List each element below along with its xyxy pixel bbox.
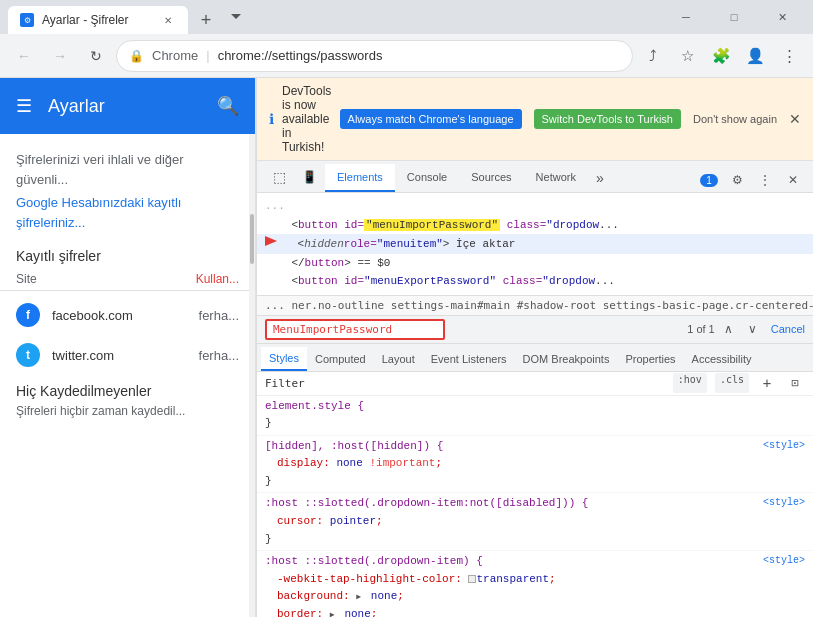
code-line-button-close[interactable]: </button> == $0 xyxy=(257,254,813,273)
search-count: 1 of 1 xyxy=(687,323,715,335)
css-prop-background: background: none; xyxy=(265,588,805,606)
info-icon: ℹ xyxy=(269,111,274,127)
devtools-breadcrumb: ... ner.no-outline settings-main#main #s… xyxy=(257,296,813,316)
active-tab[interactable]: ⚙ Ayarlar - Şifreler ✕ xyxy=(8,6,188,34)
console-messages-icon[interactable]: 1 xyxy=(697,168,721,192)
hamburger-icon[interactable]: ☰ xyxy=(16,95,32,117)
close-button[interactable]: ✕ xyxy=(759,0,805,34)
breadcrumb-text: ... ner.no-outline settings-main#main #s… xyxy=(265,299,813,312)
css-selector-slotted-disabled: :host ::slotted(.dropdown-item:not([disa… xyxy=(265,497,588,509)
share-icon[interactable]: ⤴ xyxy=(637,40,669,72)
css-source-slotted-disabled[interactable]: <style> xyxy=(763,495,805,511)
filter-hov-tag[interactable]: :hov xyxy=(673,373,707,393)
devtools-panel: ℹ DevTools is now available in Turkish! … xyxy=(256,78,813,617)
menu-icon[interactable]: ⋮ xyxy=(773,40,805,72)
tab-close-button[interactable]: ✕ xyxy=(160,12,176,28)
tab-properties[interactable]: Properties xyxy=(617,347,683,371)
background-triangle[interactable] xyxy=(356,588,364,596)
bookmark-icon[interactable]: ☆ xyxy=(671,40,703,72)
css-prop-border: border: none; xyxy=(265,606,805,617)
new-tab-button[interactable]: + xyxy=(192,6,220,34)
filter-hints: :hov .cls + ⊡ xyxy=(673,373,805,393)
password-row-facebook[interactable]: f facebook.com ferha... xyxy=(0,295,255,335)
devtools-search-bar: 1 of 1 ∧ ∨ Cancel xyxy=(257,316,813,344)
dont-show-button[interactable]: Don't show again xyxy=(693,113,777,125)
twitter-site: twitter.com xyxy=(52,348,114,363)
google-account-link[interactable]: Google Hesabınızdaki kayıtlı şifrelerini… xyxy=(0,193,255,236)
tab-styles[interactable]: Styles xyxy=(261,347,307,371)
css-source-hidden[interactable]: <style> xyxy=(763,438,805,454)
switch-devtools-button[interactable]: Switch DevTools to Turkish xyxy=(534,109,681,129)
tab-device-toggle[interactable]: 📱 xyxy=(294,164,325,192)
css-close-brace: } xyxy=(265,417,272,429)
filter-input[interactable]: Filter xyxy=(265,377,673,390)
arrow-indicator xyxy=(265,235,285,247)
css-selector-element-style: element.style { xyxy=(265,400,364,412)
code-line-button-import[interactable]: <button id="menuImportPassword" class="d… xyxy=(257,216,813,235)
css-rules-panel: element.style { } [hidden], :host([hidde… xyxy=(257,396,813,618)
tab-layout[interactable]: Layout xyxy=(374,347,423,371)
css-close-brace-2: } xyxy=(265,475,272,487)
code-line-button-export[interactable]: <button id="menuExportPassword" class="d… xyxy=(257,272,813,291)
tab-sources[interactable]: Sources xyxy=(459,164,523,192)
main-area: ☰ Ayarlar 🔍 Şifrelerinizi veri ihlali ve… xyxy=(0,78,813,617)
border-triangle[interactable] xyxy=(330,606,338,614)
tab-elements[interactable]: Elements xyxy=(325,164,395,192)
code-line-hidden-selected[interactable]: <hidden role="menuitem"> İçe aktar xyxy=(257,234,813,254)
tab-event-listeners[interactable]: Event Listeners xyxy=(423,347,515,371)
search-up-button[interactable]: ∧ xyxy=(719,319,739,339)
minimize-button[interactable]: ─ xyxy=(663,0,709,34)
sidebar-scrollbar-thumb xyxy=(250,214,254,264)
address-divider: | xyxy=(206,48,209,63)
tab-accessibility[interactable]: Accessibility xyxy=(684,347,760,371)
css-prop-cursor: cursor: pointer; xyxy=(265,513,805,531)
search-down-button[interactable]: ∨ xyxy=(743,319,763,339)
devtools-more-icon[interactable]: ⋮ xyxy=(753,168,777,192)
sidebar-scrollbar-track[interactable] xyxy=(249,134,255,617)
search-input[interactable] xyxy=(265,319,445,340)
tab-computed[interactable]: Computed xyxy=(307,347,374,371)
notification-close-button[interactable]: ✕ xyxy=(789,111,801,127)
code-line-ellipsis: ... xyxy=(257,197,813,216)
toolbar-icons: ⤴ ☆ 🧩 👤 ⋮ xyxy=(637,40,805,72)
chrome-label: Chrome xyxy=(152,48,198,63)
twitter-favicon: t xyxy=(16,343,40,367)
sidebar-section-text: Şifrelerinizi veri ihlali ve diğer güven… xyxy=(0,142,255,193)
never-saved-desc: Şifreleri hiçbir zaman kaydedil... xyxy=(0,403,255,428)
refresh-button[interactable]: ↻ xyxy=(80,40,112,72)
tab-dom-breakpoints[interactable]: DOM Breakpoints xyxy=(515,347,618,371)
devtools-code-view: ... <button id="menuImportPassword" clas… xyxy=(257,193,813,296)
saved-passwords-title: Kayıtlı şifreler xyxy=(0,236,255,268)
forward-button[interactable]: → xyxy=(44,40,76,72)
property-tabs: Styles Computed Layout Event Listeners D… xyxy=(257,344,813,372)
col-site-header: Site xyxy=(16,272,196,286)
filter-wrap-button[interactable]: ⊡ xyxy=(785,373,805,393)
tab-title: Ayarlar - Şifreler xyxy=(42,13,128,27)
css-source-slotted[interactable]: <style> xyxy=(763,553,805,569)
always-match-button[interactable]: Always match Chrome's language xyxy=(340,109,522,129)
omnibar: ← → ↻ 🔒 Chrome | chrome://settings/passw… xyxy=(0,34,813,78)
filter-add-button[interactable]: + xyxy=(757,373,777,393)
tab-console[interactable]: Console xyxy=(395,164,459,192)
profile-icon[interactable]: 👤 xyxy=(739,40,771,72)
titlebar: ⚙ Ayarlar - Şifreler ✕ + ─ □ ✕ xyxy=(0,0,813,34)
devtools-close-icon[interactable]: ✕ xyxy=(781,168,805,192)
sidebar: ☰ Ayarlar 🔍 Şifrelerinizi veri ihlali ve… xyxy=(0,78,256,617)
sidebar-header: ☰ Ayarlar 🔍 xyxy=(0,78,255,134)
sidebar-search-icon[interactable]: 🔍 xyxy=(217,95,239,117)
maximize-button[interactable]: □ xyxy=(711,0,757,34)
tab-pointer-inspect[interactable]: ⬚ xyxy=(265,164,294,192)
filter-cls-tag[interactable]: .cls xyxy=(715,373,749,393)
back-button[interactable]: ← xyxy=(8,40,40,72)
extension-icon[interactable]: 🧩 xyxy=(705,40,737,72)
search-cancel-button[interactable]: Cancel xyxy=(771,323,805,335)
col-user-header: Kullan... xyxy=(196,272,239,286)
password-row-twitter[interactable]: t twitter.com ferha... xyxy=(0,335,255,375)
more-tabs-button[interactable]: » xyxy=(588,164,612,192)
facebook-user: ferha... xyxy=(199,308,239,323)
address-bar[interactable]: 🔒 Chrome | chrome://settings/passwords xyxy=(116,40,633,72)
tab-favicon: ⚙ xyxy=(20,13,34,27)
css-selector-hidden: [hidden], :host([hidden]) { xyxy=(265,440,443,452)
settings-gear-icon[interactable]: ⚙ xyxy=(725,168,749,192)
tab-network[interactable]: Network xyxy=(524,164,588,192)
